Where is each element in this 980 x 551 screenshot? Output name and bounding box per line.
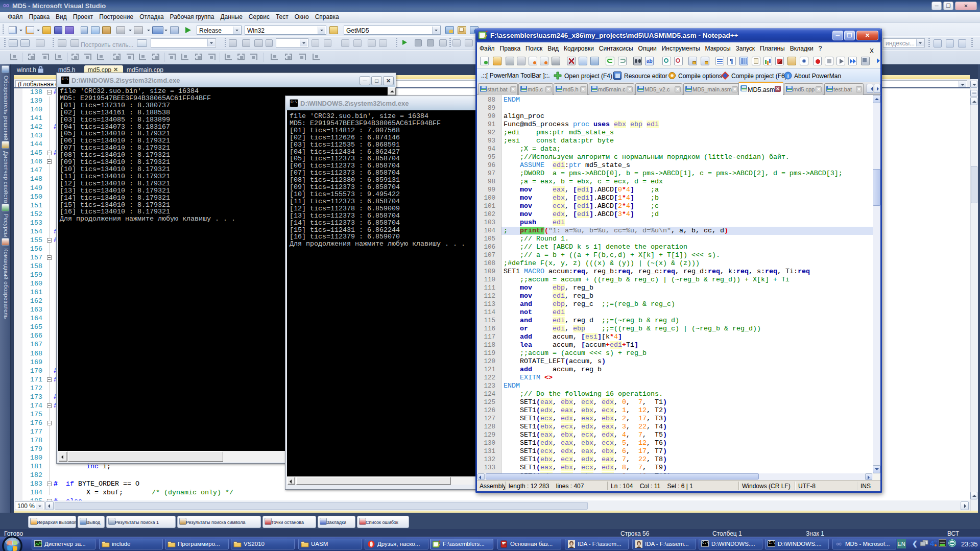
svg-text:БД: БД [501, 542, 506, 545]
svg-text:4: 4 [930, 539, 935, 547]
svg-text:G: G [935, 539, 937, 543]
svg-text:i: i [787, 73, 788, 79]
